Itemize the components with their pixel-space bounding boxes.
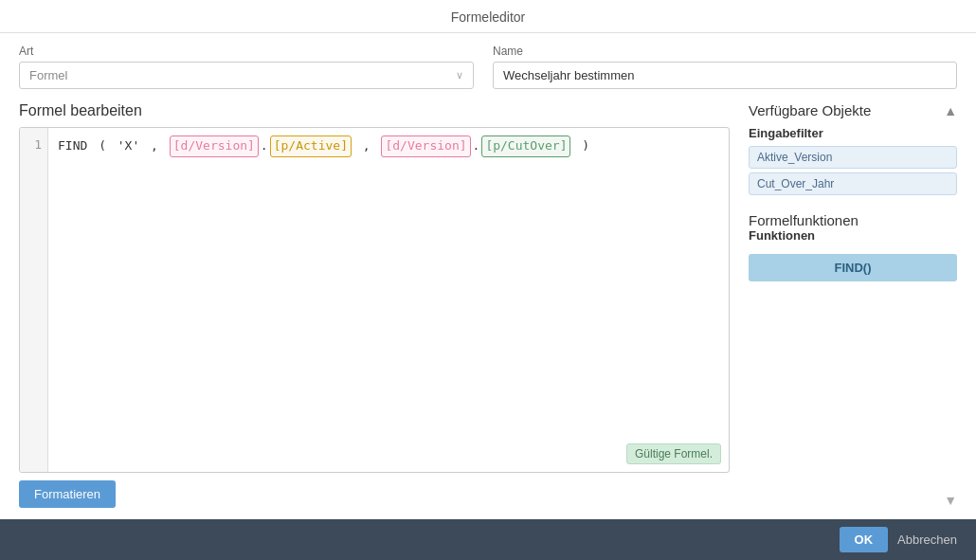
token-space3 [372,136,380,156]
token-space4 [572,136,580,156]
formula-editor[interactable]: 1 FIND ( 'X' , [d/Version] . [p [19,127,730,473]
left-panel: Formel bearbeiten 1 FIND ( 'X' , [19,102,730,508]
token-comma2b: , [363,136,371,156]
token-dot2: . [473,136,480,156]
collapse-arrow-icon[interactable]: ▲ [944,103,957,118]
token-x: 'X' [117,136,139,156]
art-field-group: Art Formel ∨ [19,45,474,89]
art-placeholder: Formel [29,68,67,82]
valid-formula-badge: Gültige Formel. [626,443,721,464]
top-row: Art Formel ∨ Name [19,45,957,89]
modal-title: Formeleditor [451,9,526,25]
format-button[interactable]: Formatieren [19,480,116,508]
modal-header: Formeleditor [0,0,976,33]
modal-body: Art Formel ∨ Name Formel bearbeiten 1 FI… [0,33,976,519]
ok-button[interactable]: OK [840,527,889,552]
token-space2 [160,136,168,156]
token-comma1b: , [151,136,158,156]
modal-footer: OK Abbrechen [0,519,976,560]
funktionen-title: Funktionen [749,228,957,243]
line-numbers: 1 [20,128,48,472]
functions-section: Formelfunktionen Funktionen FIND() [749,212,957,281]
name-field-group: Name [493,45,957,89]
name-input[interactable] [493,62,957,89]
formula-line-1: FIND ( 'X' , [d/Version] . [p/Active] , [58,135,719,157]
art-label: Art [19,45,474,58]
right-panel-header: Verfügbare Objekte ▲ [749,102,957,118]
token-comma2 [353,136,361,156]
content-area: Formel bearbeiten 1 FIND ( 'X' , [19,102,957,508]
formelfunktionen-title: Formelfunktionen [749,212,957,228]
filter-item-aktive-version[interactable]: Aktive_Version [749,146,957,169]
token-space1 [108,136,116,156]
eingabefilter-title: Eingabefilter [749,126,957,140]
art-select[interactable]: Formel ∨ [19,62,474,89]
name-label: Name [493,45,957,58]
token-p-active: [p/Active] [270,135,352,157]
scroll-down-icon[interactable]: ▼ [749,485,957,508]
token-open-paren [89,136,97,156]
filter-item-cut-over-jahr[interactable]: Cut_Over_Jahr [749,172,957,195]
token-dot1: . [261,136,268,156]
right-panel: Verfügbare Objekte ▲ Eingabefilter Aktiv… [749,102,957,508]
right-panel-title: Verfügbare Objekte [749,102,871,118]
chevron-down-icon: ∨ [456,69,463,81]
token-d-version-2: [d/Version] [381,135,470,157]
token-p-cutover: [p/CutOver] [481,135,570,157]
find-function-button[interactable]: FIND() [749,254,957,281]
cancel-button[interactable]: Abbrechen [897,533,957,547]
token-comma1 [141,136,149,156]
token-d-version-1: [d/Version] [170,135,259,157]
token-close-paren: ) [582,136,589,156]
formula-content[interactable]: FIND ( 'X' , [d/Version] . [p/Active] , [48,128,729,472]
formula-section-title: Formel bearbeiten [19,102,730,119]
token-open-paren2: ( [99,136,106,156]
token-find: FIND [58,136,87,156]
